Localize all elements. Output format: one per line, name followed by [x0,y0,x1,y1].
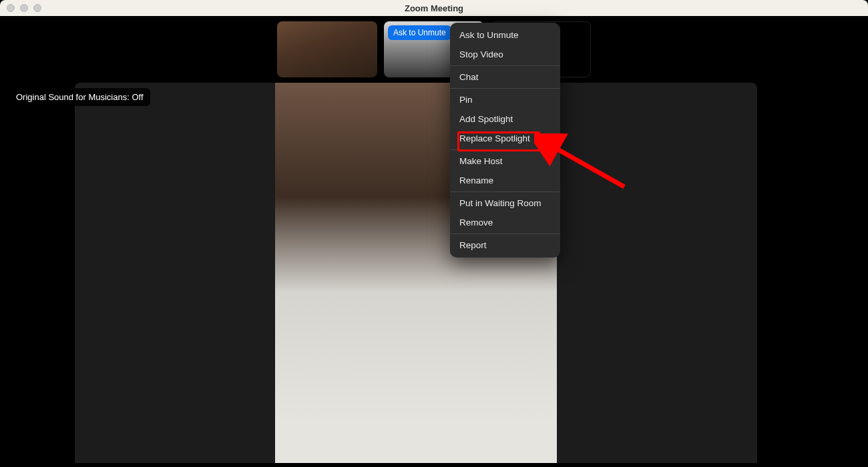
zoom-window-icon[interactable] [33,4,41,12]
menu-separator [450,65,560,66]
menu-item-chat[interactable]: Chat [450,67,560,87]
menu-item-pin[interactable]: Pin [450,90,560,109]
window-titlebar: Zoom Meeting [0,0,868,16]
window-title: Zoom Meeting [405,3,463,13]
active-speaker-video [75,83,757,463]
traffic-lights [7,4,41,12]
menu-item-add-spotlight[interactable]: Add Spotlight [450,109,560,129]
participant-context-menu[interactable]: Ask to UnmuteStop VideoChatPinAdd Spotli… [450,23,560,258]
menu-item-put-in-waiting-room[interactable]: Put in Waiting Room [450,193,560,213]
menu-separator [450,88,560,89]
menu-item-report[interactable]: Report [450,236,560,255]
minimize-window-icon[interactable] [20,4,28,12]
menu-separator [450,149,560,150]
menu-item-rename[interactable]: Rename [450,171,560,190]
menu-item-replace-spotlight[interactable]: Replace Spotlight [450,129,560,148]
meeting-area: Ask to Unmute Original Sound for Musicia… [4,16,864,463]
ask-to-unmute-button[interactable]: Ask to Unmute [388,25,451,40]
close-window-icon[interactable] [7,4,15,12]
participant-video-placeholder [277,21,377,77]
menu-item-make-host[interactable]: Make Host [450,151,560,171]
participant-thumbnail-1[interactable] [277,21,377,77]
menu-separator [450,234,560,234]
menu-item-remove[interactable]: Remove [450,213,560,232]
menu-separator [450,191,560,192]
menu-item-stop-video[interactable]: Stop Video [450,45,560,64]
menu-item-ask-to-unmute[interactable]: Ask to Unmute [450,25,560,45]
original-sound-toggle[interactable]: Original Sound for Musicians: Off [9,88,150,106]
original-sound-label: Original Sound for Musicians: Off [16,92,144,102]
